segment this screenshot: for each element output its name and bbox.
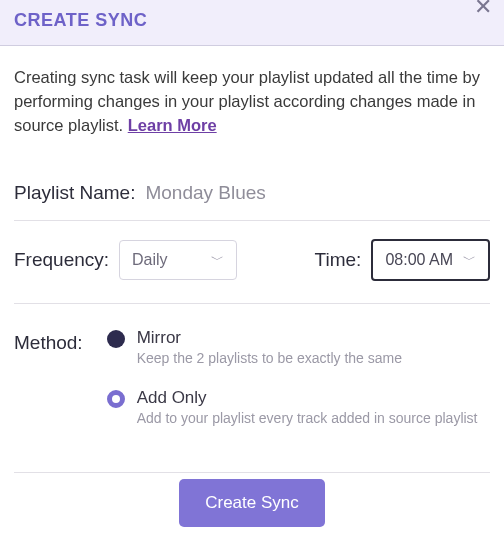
frequency-time-row: Frequency: Daily ﹀ Time: 08:00 AM ﹀: [14, 221, 490, 303]
method-section: Method: Mirror Keep the 2 playlists to b…: [14, 304, 490, 472]
method-option-desc: Add to your playlist every track added i…: [137, 410, 478, 426]
close-icon[interactable]: ✕: [474, 0, 492, 18]
time-label: Time:: [315, 249, 362, 271]
method-label: Method:: [14, 328, 83, 448]
dialog-body: Creating sync task will keep your playli…: [0, 46, 504, 559]
radio-icon: [107, 390, 125, 408]
frequency-select[interactable]: Daily ﹀: [119, 240, 237, 280]
frequency-value: Daily: [132, 251, 168, 269]
method-option-title: Mirror: [137, 328, 402, 348]
frequency-label: Frequency:: [14, 249, 109, 271]
method-options: Mirror Keep the 2 playlists to be exactl…: [107, 328, 490, 448]
time-select[interactable]: 08:00 AM ﹀: [371, 239, 490, 281]
intro-copy: Creating sync task will keep your playli…: [14, 68, 480, 134]
learn-more-link[interactable]: Learn More: [128, 116, 217, 134]
radio-icon: [107, 330, 125, 348]
chevron-down-icon: ﹀: [211, 251, 224, 269]
dialog-header: CREATE SYNC ✕: [0, 0, 504, 46]
method-option-text: Add Only Add to your playlist every trac…: [137, 388, 478, 426]
time-value: 08:00 AM: [385, 251, 453, 269]
intro-text: Creating sync task will keep your playli…: [14, 66, 490, 138]
playlist-name-row: Playlist Name: Monday Blues: [14, 166, 490, 220]
method-option-desc: Keep the 2 playlists to be exactly the s…: [137, 350, 402, 366]
playlist-name-label: Playlist Name:: [14, 182, 135, 204]
dialog-title: CREATE SYNC: [14, 10, 490, 31]
playlist-name-value: Monday Blues: [145, 182, 265, 204]
create-sync-button[interactable]: Create Sync: [179, 479, 325, 527]
dialog-footer: Create Sync: [14, 473, 490, 539]
method-option-mirror[interactable]: Mirror Keep the 2 playlists to be exactl…: [107, 328, 490, 366]
chevron-down-icon: ﹀: [463, 251, 476, 269]
method-option-add-only[interactable]: Add Only Add to your playlist every trac…: [107, 388, 490, 426]
method-option-text: Mirror Keep the 2 playlists to be exactl…: [137, 328, 402, 366]
method-option-title: Add Only: [137, 388, 478, 408]
